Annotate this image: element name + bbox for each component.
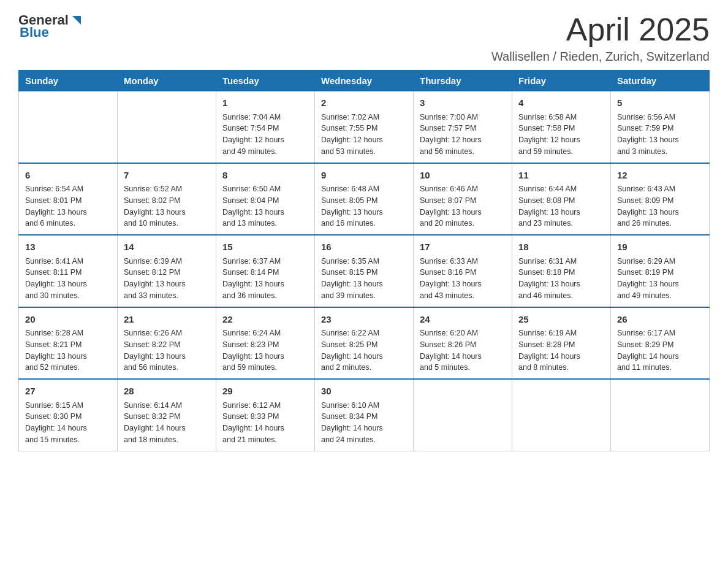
day-info: Sunrise: 6:24 AM Sunset: 8:23 PM Dayligh… (222, 327, 308, 373)
calendar-cell: 6Sunrise: 6:54 AM Sunset: 8:01 PM Daylig… (19, 163, 118, 236)
calendar-cell: 19Sunrise: 6:29 AM Sunset: 8:19 PM Dayli… (611, 235, 710, 307)
calendar-header-row: SundayMondayTuesdayWednesdayThursdayFrid… (19, 71, 710, 91)
day-info: Sunrise: 6:39 AM Sunset: 8:12 PM Dayligh… (124, 256, 210, 302)
day-info: Sunrise: 6:17 AM Sunset: 8:29 PM Dayligh… (617, 327, 703, 373)
calendar-cell: 25Sunrise: 6:19 AM Sunset: 8:28 PM Dayli… (512, 307, 611, 380)
day-number: 4 (518, 96, 604, 110)
day-number: 20 (25, 313, 111, 327)
calendar-table: SundayMondayTuesdayWednesdayThursdayFrid… (18, 70, 710, 451)
calendar-cell: 18Sunrise: 6:31 AM Sunset: 8:18 PM Dayli… (512, 235, 611, 307)
day-info: Sunrise: 6:43 AM Sunset: 8:09 PM Dayligh… (617, 183, 703, 229)
calendar-cell: 15Sunrise: 6:37 AM Sunset: 8:14 PM Dayli… (216, 235, 315, 307)
column-header-tuesday: Tuesday (216, 71, 315, 91)
calendar-cell: 23Sunrise: 6:22 AM Sunset: 8:25 PM Dayli… (315, 307, 414, 380)
day-number: 16 (321, 240, 407, 255)
calendar-cell: 2Sunrise: 7:02 AM Sunset: 7:55 PM Daylig… (315, 91, 414, 163)
column-header-saturday: Saturday (611, 71, 710, 91)
logo-blue-text: Blue (20, 25, 49, 40)
day-info: Sunrise: 7:00 AM Sunset: 7:57 PM Dayligh… (420, 112, 506, 158)
calendar-cell: 30Sunrise: 6:10 AM Sunset: 8:34 PM Dayli… (315, 379, 414, 451)
day-number: 21 (124, 313, 210, 327)
calendar-cell (19, 91, 118, 163)
day-info: Sunrise: 6:28 AM Sunset: 8:21 PM Dayligh… (25, 327, 111, 373)
calendar-cell: 1Sunrise: 7:04 AM Sunset: 7:54 PM Daylig… (216, 91, 315, 163)
logo-triangle-icon (70, 13, 83, 27)
week-row-5: 27Sunrise: 6:15 AM Sunset: 8:30 PM Dayli… (19, 379, 710, 451)
title-area: April 2025 Wallisellen / Rieden, Zurich,… (491, 12, 710, 64)
day-number: 5 (617, 96, 703, 110)
day-number: 25 (518, 313, 604, 327)
day-number: 12 (617, 169, 703, 183)
day-info: Sunrise: 6:29 AM Sunset: 8:19 PM Dayligh… (617, 256, 703, 302)
day-number: 9 (321, 169, 407, 183)
week-row-3: 13Sunrise: 6:41 AM Sunset: 8:11 PM Dayli… (19, 235, 710, 307)
day-info: Sunrise: 6:31 AM Sunset: 8:18 PM Dayligh… (518, 256, 604, 302)
column-header-sunday: Sunday (19, 71, 118, 91)
logo: General Blue (18, 12, 83, 40)
day-info: Sunrise: 6:12 AM Sunset: 8:33 PM Dayligh… (222, 400, 308, 446)
calendar-cell: 28Sunrise: 6:14 AM Sunset: 8:32 PM Dayli… (118, 379, 216, 451)
month-title: April 2025 (491, 12, 710, 47)
calendar-cell: 12Sunrise: 6:43 AM Sunset: 8:09 PM Dayli… (611, 163, 710, 236)
calendar-cell: 21Sunrise: 6:26 AM Sunset: 8:22 PM Dayli… (118, 307, 216, 380)
day-number: 15 (222, 240, 308, 255)
calendar-cell: 7Sunrise: 6:52 AM Sunset: 8:02 PM Daylig… (118, 163, 216, 236)
day-info: Sunrise: 6:50 AM Sunset: 8:04 PM Dayligh… (222, 183, 308, 229)
day-number: 19 (617, 240, 703, 255)
day-info: Sunrise: 6:52 AM Sunset: 8:02 PM Dayligh… (124, 183, 210, 229)
column-header-thursday: Thursday (414, 71, 512, 91)
calendar-cell: 16Sunrise: 6:35 AM Sunset: 8:15 PM Dayli… (315, 235, 414, 307)
calendar-cell: 24Sunrise: 6:20 AM Sunset: 8:26 PM Dayli… (414, 307, 512, 380)
day-number: 23 (321, 313, 407, 327)
day-number: 8 (222, 169, 308, 183)
calendar-cell: 9Sunrise: 6:48 AM Sunset: 8:05 PM Daylig… (315, 163, 414, 236)
day-info: Sunrise: 6:19 AM Sunset: 8:28 PM Dayligh… (518, 327, 604, 373)
calendar-cell: 4Sunrise: 6:58 AM Sunset: 7:58 PM Daylig… (512, 91, 611, 163)
day-info: Sunrise: 6:15 AM Sunset: 8:30 PM Dayligh… (25, 400, 111, 446)
calendar-cell (611, 379, 710, 451)
calendar-cell: 27Sunrise: 6:15 AM Sunset: 8:30 PM Dayli… (19, 379, 118, 451)
calendar-cell: 11Sunrise: 6:44 AM Sunset: 8:08 PM Dayli… (512, 163, 611, 236)
column-header-wednesday: Wednesday (315, 71, 414, 91)
day-info: Sunrise: 6:56 AM Sunset: 7:59 PM Dayligh… (617, 112, 703, 158)
day-number: 7 (124, 169, 210, 183)
column-header-friday: Friday (512, 71, 611, 91)
day-number: 26 (617, 313, 703, 327)
day-info: Sunrise: 6:48 AM Sunset: 8:05 PM Dayligh… (321, 183, 407, 229)
day-number: 29 (222, 385, 308, 399)
day-number: 30 (321, 385, 407, 399)
day-number: 14 (124, 240, 210, 255)
week-row-1: 1Sunrise: 7:04 AM Sunset: 7:54 PM Daylig… (19, 91, 710, 163)
day-info: Sunrise: 6:41 AM Sunset: 8:11 PM Dayligh… (25, 256, 111, 302)
calendar-cell (414, 379, 512, 451)
page-header: General Blue April 2025 Wallisellen / Ri… (18, 12, 710, 64)
day-info: Sunrise: 6:54 AM Sunset: 8:01 PM Dayligh… (25, 183, 111, 229)
calendar-cell: 13Sunrise: 6:41 AM Sunset: 8:11 PM Dayli… (19, 235, 118, 307)
week-row-2: 6Sunrise: 6:54 AM Sunset: 8:01 PM Daylig… (19, 163, 710, 236)
calendar-cell: 3Sunrise: 7:00 AM Sunset: 7:57 PM Daylig… (414, 91, 512, 163)
day-info: Sunrise: 6:46 AM Sunset: 8:07 PM Dayligh… (420, 183, 506, 229)
day-number: 17 (420, 240, 506, 255)
day-number: 27 (25, 385, 111, 399)
day-info: Sunrise: 6:20 AM Sunset: 8:26 PM Dayligh… (420, 327, 506, 373)
calendar-cell: 10Sunrise: 6:46 AM Sunset: 8:07 PM Dayli… (414, 163, 512, 236)
day-number: 18 (518, 240, 604, 255)
day-number: 24 (420, 313, 506, 327)
svg-marker-0 (72, 16, 81, 25)
location-title: Wallisellen / Rieden, Zurich, Switzerlan… (491, 50, 710, 64)
day-number: 3 (420, 96, 506, 110)
day-number: 22 (222, 313, 308, 327)
day-info: Sunrise: 6:44 AM Sunset: 8:08 PM Dayligh… (518, 183, 604, 229)
calendar-cell: 22Sunrise: 6:24 AM Sunset: 8:23 PM Dayli… (216, 307, 315, 380)
day-info: Sunrise: 7:02 AM Sunset: 7:55 PM Dayligh… (321, 112, 407, 158)
day-info: Sunrise: 7:04 AM Sunset: 7:54 PM Dayligh… (222, 112, 308, 158)
day-info: Sunrise: 6:37 AM Sunset: 8:14 PM Dayligh… (222, 256, 308, 302)
day-number: 13 (25, 240, 111, 255)
calendar-cell (512, 379, 611, 451)
calendar-cell (118, 91, 216, 163)
day-number: 6 (25, 169, 111, 183)
day-info: Sunrise: 6:10 AM Sunset: 8:34 PM Dayligh… (321, 400, 407, 446)
calendar-cell: 29Sunrise: 6:12 AM Sunset: 8:33 PM Dayli… (216, 379, 315, 451)
week-row-4: 20Sunrise: 6:28 AM Sunset: 8:21 PM Dayli… (19, 307, 710, 380)
day-info: Sunrise: 6:35 AM Sunset: 8:15 PM Dayligh… (321, 256, 407, 302)
